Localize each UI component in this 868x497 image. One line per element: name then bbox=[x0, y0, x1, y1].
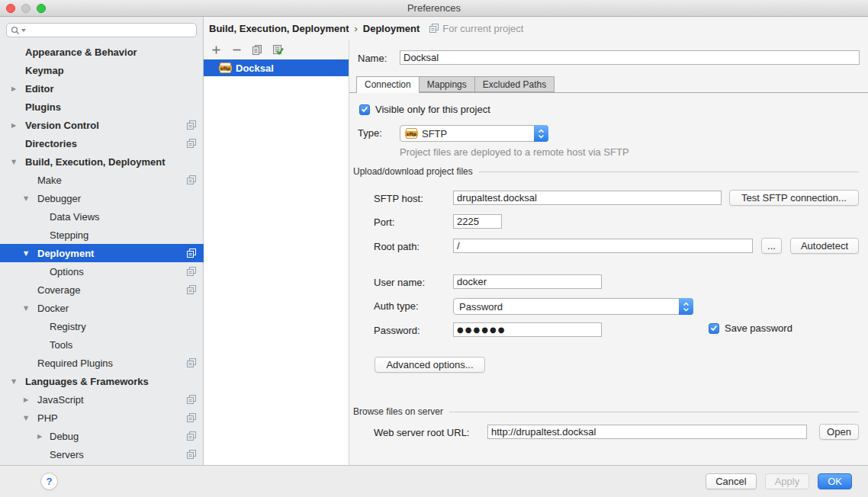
chevron-collapsed-icon[interactable]: ▶ bbox=[9, 122, 18, 129]
sidebar-item-label: Make bbox=[37, 175, 62, 186]
sidebar-item-editor[interactable]: ▶Editor bbox=[0, 79, 204, 98]
web-root-field[interactable] bbox=[487, 425, 807, 439]
type-value: SFTP bbox=[422, 128, 447, 139]
chevron-collapsed-icon[interactable]: ▶ bbox=[9, 85, 18, 92]
type-label: Type: bbox=[358, 127, 382, 139]
remove-icon[interactable] bbox=[230, 43, 243, 56]
search-input[interactable] bbox=[6, 23, 197, 37]
type-dropdown[interactable]: sftp SFTP bbox=[400, 125, 548, 142]
browse-group-header: Browse files on server bbox=[353, 406, 859, 417]
sidebar-item-debugger[interactable]: ▼Debugger bbox=[0, 189, 204, 207]
project-scope-icon bbox=[187, 413, 196, 422]
dropdown-stepper-icon[interactable] bbox=[534, 125, 548, 142]
port-label: Port: bbox=[374, 216, 394, 228]
apply-button[interactable]: Apply bbox=[765, 473, 810, 489]
chevron-expanded-icon[interactable]: ▼ bbox=[21, 305, 31, 312]
sidebar-item-deployment[interactable]: ▼Deployment bbox=[0, 244, 204, 262]
cancel-button[interactable]: Cancel bbox=[706, 473, 756, 489]
sidebar-item-build-execution-deployment[interactable]: ▼Build, Execution, Deployment bbox=[0, 152, 204, 171]
type-help-text: Project files are deployed to a remote h… bbox=[400, 146, 629, 158]
chevron-expanded-icon[interactable]: ▼ bbox=[21, 250, 31, 257]
add-icon[interactable] bbox=[210, 43, 222, 56]
search-options-icon[interactable] bbox=[21, 29, 26, 32]
sidebar-item-label: Directories bbox=[25, 138, 77, 149]
sidebar-item-label: Appearance & Behavior bbox=[25, 46, 137, 58]
help-button[interactable]: ? bbox=[40, 473, 58, 490]
auth-type-dropdown[interactable]: Password bbox=[453, 298, 693, 315]
ok-button[interactable]: OK bbox=[818, 473, 852, 489]
checkbox-checked-icon[interactable] bbox=[359, 104, 370, 115]
zoom-button[interactable] bbox=[37, 4, 46, 13]
title-bar: Preferences bbox=[0, 0, 868, 17]
sidebar-item-make[interactable]: Make bbox=[0, 171, 204, 189]
save-password-checkbox[interactable]: Save password bbox=[709, 322, 792, 334]
use-as-default-icon[interactable] bbox=[272, 43, 284, 56]
project-scope-icon bbox=[187, 285, 196, 294]
test-sftp-connection-button[interactable]: Test SFTP connection... bbox=[729, 190, 859, 206]
checkbox-checked-icon[interactable] bbox=[709, 323, 719, 334]
name-label: Name: bbox=[358, 53, 387, 64]
sidebar-item-label: Data Views bbox=[50, 211, 100, 223]
sidebar-item-appearance-behavior[interactable]: Appearance & Behavior bbox=[0, 43, 204, 61]
settings-sidebar: Appearance & BehaviorKeymap▶EditorPlugin… bbox=[0, 17, 204, 465]
sftp-host-field[interactable] bbox=[453, 191, 722, 205]
sidebar-item-tools[interactable]: Tools bbox=[0, 335, 204, 354]
server-list-toolbar bbox=[204, 40, 349, 59]
sidebar-item-plugins[interactable]: Plugins bbox=[0, 98, 204, 116]
sidebar-item-docker[interactable]: ▼Docker bbox=[0, 299, 204, 317]
project-scope-icon bbox=[429, 24, 439, 33]
sidebar-item-php[interactable]: ▼PHP bbox=[0, 409, 204, 427]
sidebar-item-debug[interactable]: ▶Debug bbox=[0, 427, 204, 445]
sidebar-item-servers[interactable]: Servers bbox=[0, 445, 204, 463]
breadcrumb-section[interactable]: Build, Execution, Deployment bbox=[209, 23, 349, 34]
sidebar-item-version-control[interactable]: ▶Version Control bbox=[0, 116, 204, 134]
window-title: Preferences bbox=[407, 2, 461, 14]
sidebar-item-keymap[interactable]: Keymap bbox=[0, 61, 204, 79]
minimize-button bbox=[21, 4, 31, 13]
sidebar-item-coverage[interactable]: Coverage bbox=[0, 281, 204, 299]
sidebar-item-javascript[interactable]: ▶JavaScript bbox=[0, 390, 204, 409]
chevron-collapsed-icon[interactable]: ▶ bbox=[35, 433, 44, 440]
advanced-options-button[interactable]: Advanced options... bbox=[375, 357, 485, 373]
project-scope-icon bbox=[187, 395, 196, 404]
chevron-expanded-icon[interactable]: ▼ bbox=[9, 378, 18, 385]
copy-icon[interactable] bbox=[251, 43, 263, 56]
autodetect-button[interactable]: Autodetect bbox=[790, 238, 859, 254]
web-root-label: Web server root URL: bbox=[374, 427, 469, 438]
chevron-expanded-icon[interactable]: ▼ bbox=[21, 415, 31, 422]
project-scope-icon bbox=[187, 358, 196, 367]
sidebar-item-label: Build, Execution, Deployment bbox=[25, 156, 165, 168]
user-name-field[interactable] bbox=[453, 274, 602, 289]
project-scope-icon bbox=[187, 175, 196, 184]
tab-mappings[interactable]: Mappings bbox=[420, 76, 475, 92]
chevron-collapsed-icon[interactable]: ▶ bbox=[21, 396, 31, 403]
save-password-label: Save password bbox=[725, 322, 792, 334]
sidebar-item-label: PHP bbox=[37, 412, 58, 424]
browse-group-label: Browse files on server bbox=[353, 406, 443, 417]
close-button[interactable] bbox=[6, 4, 15, 13]
sidebar-item-directories[interactable]: Directories bbox=[0, 134, 204, 152]
sidebar-item-label: Coverage bbox=[37, 284, 80, 296]
sidebar-item-data-views[interactable]: Data Views bbox=[0, 207, 204, 226]
search-field[interactable] bbox=[27, 24, 192, 36]
browse-root-path-button[interactable]: ... bbox=[761, 238, 782, 254]
dropdown-stepper-icon[interactable] bbox=[679, 298, 693, 315]
sidebar-item-stepping[interactable]: Stepping bbox=[0, 226, 204, 244]
sidebar-item-options[interactable]: Options bbox=[0, 262, 204, 281]
server-list-item-docksal[interactable]: sftp Docksal bbox=[204, 59, 349, 76]
root-path-field[interactable] bbox=[453, 239, 753, 253]
chevron-expanded-icon[interactable]: ▼ bbox=[21, 195, 31, 202]
open-button[interactable]: Open bbox=[819, 424, 859, 440]
sidebar-item-languages-frameworks[interactable]: ▼Languages & Frameworks bbox=[0, 372, 204, 390]
tab-bar: Connection Mappings Excluded Paths bbox=[356, 76, 555, 93]
tab-excluded-paths[interactable]: Excluded Paths bbox=[475, 76, 555, 92]
visible-only-checkbox[interactable]: Visible only for this project bbox=[359, 104, 490, 115]
port-field[interactable] bbox=[453, 214, 502, 229]
password-field[interactable] bbox=[453, 322, 602, 337]
name-field[interactable] bbox=[400, 50, 860, 65]
sidebar-item-required-plugins[interactable]: Required Plugins bbox=[0, 354, 204, 372]
sidebar-item-label: Required Plugins bbox=[37, 358, 113, 369]
tab-connection[interactable]: Connection bbox=[356, 76, 420, 93]
sidebar-item-registry[interactable]: Registry bbox=[0, 317, 204, 335]
chevron-expanded-icon[interactable]: ▼ bbox=[9, 159, 18, 165]
